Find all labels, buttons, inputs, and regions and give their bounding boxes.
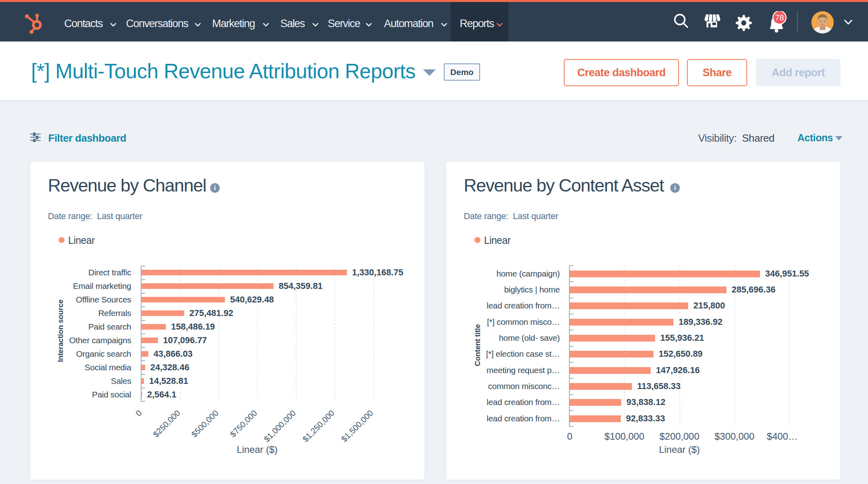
svg-text:78: 78 [775,13,784,22]
